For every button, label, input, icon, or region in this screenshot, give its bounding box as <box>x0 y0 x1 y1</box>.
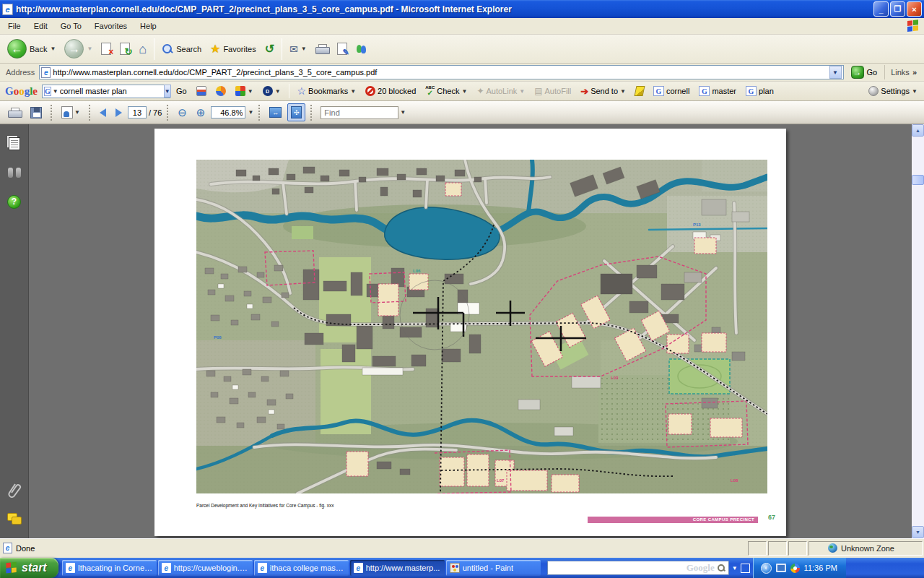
edit-button[interactable]: ✎ <box>333 40 352 57</box>
address-input[interactable] <box>53 66 827 78</box>
dell-button[interactable]: D▼ <box>259 84 284 98</box>
help-button[interactable]: ? <box>5 192 24 211</box>
forward-button[interactable]: → ▼ <box>60 37 97 61</box>
find-input[interactable] <box>321 106 398 119</box>
google-search-box: G ▼ ▼ <box>42 85 170 98</box>
links-chevron-icon: » <box>912 68 917 77</box>
highlight-button[interactable] <box>632 84 648 98</box>
menu-goto[interactable]: Go To <box>54 20 88 33</box>
scroll-down-button[interactable]: ▼ <box>912 526 924 538</box>
popup-blocked-button[interactable]: 20 blocked <box>362 84 419 98</box>
find-dropdown[interactable]: ▼ <box>400 109 406 116</box>
fit-page-button[interactable]: ✣ <box>287 103 305 121</box>
fit-width-button[interactable]: ↔ <box>266 104 285 121</box>
deskband-restore-icon[interactable] <box>741 564 750 573</box>
google-g-icon[interactable]: G <box>44 87 51 96</box>
google-logo: Google <box>3 85 40 98</box>
network-monitor-icon[interactable] <box>776 564 786 572</box>
address-dropdown[interactable]: ▼ <box>829 66 842 79</box>
taskbar-task-4-active[interactable]: e http://www.masterp... <box>350 560 445 576</box>
forward-dropdown[interactable]: ▼ <box>87 46 92 52</box>
pdf-save-button[interactable] <box>27 104 45 121</box>
go-button[interactable]: → Go <box>847 65 882 79</box>
google-search-input[interactable] <box>60 87 162 95</box>
menu-help[interactable]: Help <box>134 20 163 33</box>
sendto-button[interactable]: ➔ Send to▼ <box>577 85 629 98</box>
autolink-icon: ✦ <box>476 86 484 96</box>
search-button[interactable]: Search <box>157 41 206 57</box>
next-page-icon <box>116 108 122 117</box>
back-button[interactable]: ← Back ▼ <box>3 37 60 61</box>
autofill-button[interactable]: ▤ AutoFill <box>531 84 575 98</box>
pages-panel-button[interactable] <box>5 134 24 153</box>
zoom-dropdown[interactable]: ▼ <box>248 109 253 116</box>
vertical-scrollbar[interactable]: ▲ ▼ <box>912 124 924 538</box>
word-find-cornell-button[interactable]: G cornell <box>650 84 693 98</box>
taskbar-clock[interactable]: 11:36 PM <box>804 564 837 572</box>
spellcheck-button[interactable]: ABC✓ Check▼ <box>422 83 471 99</box>
scroll-up-button[interactable]: ▲ <box>912 124 924 137</box>
pdf-review-button[interactable]: ▼ <box>58 103 84 121</box>
google-go-button[interactable]: Go <box>173 85 191 98</box>
google-options-button[interactable]: ▼ <box>232 84 257 98</box>
review-icon <box>61 106 73 118</box>
pagerank-icon <box>216 86 226 96</box>
zoom-out-button[interactable]: ⊖ <box>174 104 191 121</box>
campus-map-figure: P13 P08 L06 L03 L07 L08 <box>196 160 767 493</box>
messenger-button[interactable] <box>352 41 372 56</box>
pdf-print-button[interactable] <box>4 105 25 121</box>
comments-panel-button[interactable] <box>5 509 24 528</box>
deskband-dropdown[interactable]: ▼ <box>732 565 738 571</box>
minimize-button[interactable]: _ <box>873 1 889 17</box>
word-find-plan-button[interactable]: G plan <box>742 84 777 98</box>
google-pagerank-button[interactable] <box>212 84 230 98</box>
zoom-out-icon: ⊖ <box>178 107 187 118</box>
attachments-panel-button[interactable] <box>5 480 24 499</box>
word-find-master-button[interactable]: G master <box>695 84 740 98</box>
print-button[interactable] <box>311 42 333 56</box>
taskbar-task-5-paint[interactable]: untitled - Paint <box>446 560 541 576</box>
taskbar-task-3[interactable]: e ithaca college maste... <box>254 560 349 576</box>
edit-icon: ✎ <box>337 43 347 55</box>
address-bar: Address e ▼ → Go Links » <box>0 64 924 82</box>
home-button[interactable]: ⌂ <box>134 40 151 58</box>
zoom-in-button[interactable]: ⊕ <box>193 104 209 121</box>
zoom-level-input[interactable] <box>211 106 245 118</box>
google-search-history-dropdown[interactable]: ▼ <box>164 85 171 98</box>
autolink-button[interactable]: ✦ AutoLink▼ <box>473 84 528 98</box>
google-search-type-dropdown[interactable]: ▼ <box>53 88 58 95</box>
menu-edit[interactable]: Edit <box>27 20 54 33</box>
close-button[interactable]: × <box>907 1 922 17</box>
scroll-track[interactable] <box>912 137 924 526</box>
history-button[interactable]: ↺ <box>261 41 279 57</box>
google-desktop-search[interactable]: Google <box>547 561 729 575</box>
google-desktop-tray-icon[interactable] <box>790 564 800 573</box>
page-number-input[interactable] <box>128 106 147 118</box>
taskbar-task-2[interactable]: e https://cuweblogin.c... <box>158 560 253 576</box>
menu-file[interactable]: File <box>1 20 27 33</box>
google-desktop-deskband: Google ▼ <box>547 561 750 575</box>
word-find-icon: G <box>699 86 710 96</box>
settings-button[interactable]: Settings▼ <box>865 84 921 98</box>
start-button[interactable]: start <box>0 558 58 578</box>
hide-icons-chevron[interactable]: ‹ <box>761 563 772 574</box>
document-page-number: 67 <box>768 514 775 521</box>
search-panel-button[interactable] <box>5 163 24 182</box>
bookmarks-button[interactable]: ☆ Bookmarks▼ <box>294 84 360 98</box>
forward-icon: → <box>64 39 84 59</box>
refresh-button[interactable]: ↻ <box>116 40 134 57</box>
links-button[interactable]: Links » <box>884 65 923 79</box>
taskbar-task-1[interactable]: e Ithacating in Cornell ... <box>62 560 157 576</box>
mail-button[interactable]: ✉ ▼ <box>285 42 311 56</box>
next-page-button[interactable] <box>112 105 126 120</box>
restore-button[interactable]: ❐ <box>890 1 905 17</box>
window-title: http://www.masterplan.cornell.edu/doc/CM… <box>16 4 872 14</box>
scroll-thumb[interactable] <box>912 175 924 185</box>
google-news-button[interactable] <box>193 84 210 98</box>
previous-page-button[interactable] <box>96 105 110 120</box>
menu-favorites[interactable]: Favorites <box>88 20 134 33</box>
back-dropdown[interactable]: ▼ <box>50 46 56 52</box>
stop-button[interactable]: × <box>97 40 116 57</box>
mail-dropdown[interactable]: ▼ <box>301 46 307 52</box>
favorites-button[interactable]: ★ Favorites <box>206 41 261 57</box>
